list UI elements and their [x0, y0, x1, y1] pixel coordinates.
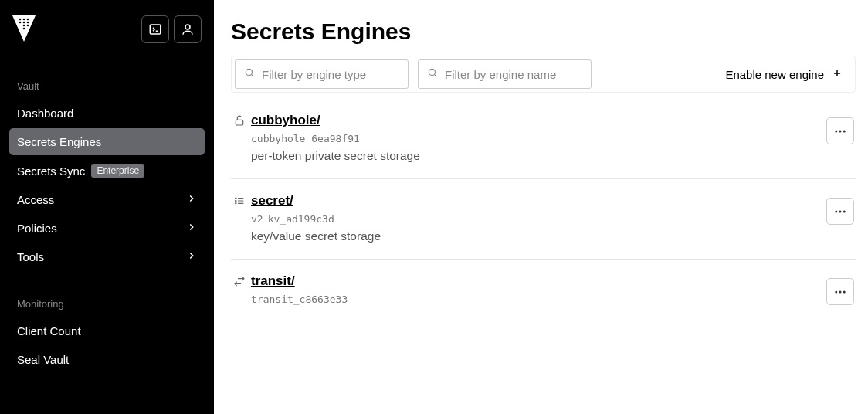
filter-type-input[interactable] — [235, 59, 409, 89]
toolbar: Enable new engine — [231, 56, 856, 93]
engine-row: cubbyhole/ cubbyhole_6ea98f91 per-token … — [231, 99, 856, 179]
engine-description: key/value secret storage — [251, 229, 826, 243]
engine-id: kv_ad199c3d — [268, 213, 334, 225]
enterprise-badge: Enterprise — [91, 164, 144, 178]
enable-new-engine-button[interactable]: Enable new engine — [725, 68, 852, 81]
section-label-monitoring: Monitoring — [9, 292, 205, 316]
search-icon — [244, 67, 255, 81]
svg-point-2 — [27, 19, 29, 21]
svg-point-18 — [236, 200, 236, 201]
svg-point-10 — [185, 25, 190, 29]
svg-point-11 — [246, 69, 252, 75]
svg-point-0 — [19, 19, 22, 21]
list-icon — [231, 195, 248, 207]
svg-point-15 — [839, 130, 842, 132]
svg-point-1 — [23, 19, 25, 21]
engine-name-link[interactable]: transit/ — [251, 273, 826, 289]
sidebar-item-secrets-sync[interactable]: Secrets Sync Enterprise — [9, 157, 205, 185]
chevron-right-icon — [186, 193, 197, 206]
page-title: Secrets Engines — [231, 19, 856, 45]
sidebar-item-label: Client Count — [17, 324, 81, 338]
engine-id: cubbyhole_6ea98f91 — [251, 133, 826, 144]
sidebar-item-access[interactable]: Access — [9, 186, 205, 213]
svg-point-8 — [23, 28, 25, 30]
sidebar-item-label: Seal Vault — [17, 353, 69, 366]
section-label-vault: Vault — [9, 74, 205, 98]
sidebar-item-label: Access — [17, 193, 54, 206]
terminal-button[interactable] — [141, 15, 169, 43]
sidebar-item-label: Secrets Engines — [17, 135, 101, 148]
sidebar-item-label: Secrets Sync — [17, 165, 85, 178]
filter-type-wrap — [235, 59, 409, 89]
more-horizontal-icon — [833, 124, 847, 138]
engine-more-button[interactable] — [826, 278, 854, 305]
sidebar-item-label: Policies — [17, 222, 57, 235]
svg-point-25 — [843, 290, 846, 293]
terminal-icon — [148, 22, 162, 36]
sidebar-item-label-wrap: Secrets Sync Enterprise — [17, 164, 144, 178]
top-icon-group — [141, 15, 202, 43]
more-horizontal-icon — [833, 205, 847, 219]
svg-point-23 — [835, 290, 837, 293]
filter-name-wrap — [418, 59, 592, 89]
sidebar-item-label: Dashboard — [17, 107, 73, 120]
search-icon — [427, 67, 438, 81]
engine-version: v2 — [251, 213, 263, 225]
svg-rect-13 — [236, 120, 242, 125]
sidebar: Vault Dashboard Secrets Engines Secrets … — [0, 0, 214, 414]
engine-more-button[interactable] — [826, 117, 854, 144]
svg-point-5 — [27, 22, 29, 24]
svg-point-16 — [843, 130, 846, 132]
svg-point-12 — [429, 69, 435, 75]
plus-icon — [832, 68, 843, 81]
svg-point-22 — [843, 210, 846, 212]
user-button[interactable] — [174, 15, 202, 43]
engine-info: transit/ transit_c8663e33 — [248, 273, 826, 305]
engine-id: transit_c8663e33 — [251, 294, 826, 305]
svg-point-3 — [19, 22, 22, 24]
main-content: Secrets Engines Enable new engine — [214, 0, 868, 414]
engine-meta: v2kv_ad199c3d — [251, 213, 826, 225]
svg-point-17 — [236, 198, 236, 199]
lock-open-icon — [231, 114, 248, 127]
svg-point-4 — [23, 22, 25, 24]
sidebar-item-secrets-engines[interactable]: Secrets Engines — [9, 128, 205, 155]
svg-point-14 — [835, 130, 837, 132]
engine-more-button[interactable] — [826, 198, 854, 225]
more-horizontal-icon — [833, 285, 847, 299]
svg-point-7 — [27, 25, 29, 27]
svg-point-20 — [835, 210, 837, 212]
filter-name-input[interactable] — [418, 59, 592, 89]
engine-info: cubbyhole/ cubbyhole_6ea98f91 per-token … — [248, 113, 826, 163]
engine-name-link[interactable]: cubbyhole/ — [251, 113, 826, 128]
engine-row: transit/ transit_c8663e33 — [231, 260, 856, 321]
svg-point-24 — [839, 290, 842, 293]
sidebar-item-dashboard[interactable]: Dashboard — [9, 100, 205, 127]
svg-point-6 — [23, 25, 25, 27]
svg-point-19 — [236, 203, 236, 204]
engine-row: secret/ v2kv_ad199c3d key/value secret s… — [231, 179, 856, 260]
chevron-right-icon — [186, 250, 197, 263]
sidebar-header — [9, 11, 205, 43]
sidebar-item-label: Tools — [17, 250, 44, 263]
vault-logo-icon — [12, 15, 36, 42]
sidebar-item-tools[interactable]: Tools — [9, 243, 205, 270]
sidebar-item-seal-vault[interactable]: Seal Vault — [9, 346, 205, 373]
svg-point-21 — [839, 210, 842, 212]
user-icon — [181, 22, 195, 36]
engine-info: secret/ v2kv_ad199c3d key/value secret s… — [248, 193, 826, 243]
enable-new-engine-label: Enable new engine — [725, 68, 824, 81]
sidebar-item-client-count[interactable]: Client Count — [9, 317, 205, 344]
swap-icon — [231, 275, 248, 287]
chevron-right-icon — [186, 222, 197, 235]
engine-name-link[interactable]: secret/ — [251, 193, 826, 209]
engine-description: per-token private secret storage — [251, 149, 826, 163]
sidebar-item-policies[interactable]: Policies — [9, 215, 205, 242]
